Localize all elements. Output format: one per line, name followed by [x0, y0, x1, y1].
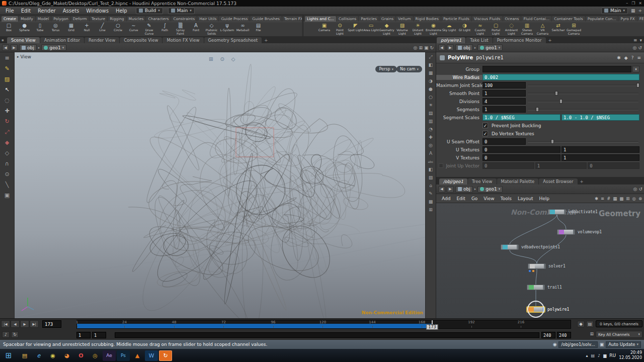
network-menu-add[interactable]: Add: [439, 196, 453, 202]
pin-icon[interactable]: ◎: [414, 45, 418, 50]
slider-handle[interactable]: [555, 91, 558, 96]
tray-expand-icon[interactable]: ▴: [586, 353, 588, 358]
shelf-tool-volume-light[interactable]: ▨Volume Light: [394, 22, 410, 36]
input-segment-scales-1[interactable]: 1.0 - 1.0 / $NSEG: [561, 114, 639, 121]
snap-tool-icon[interactable]: ⊙: [5, 171, 9, 177]
snap-grid-icon[interactable]: ⊞: [209, 56, 213, 62]
points-display-icon[interactable]: ○: [429, 95, 433, 100]
path-node-chip[interactable]: geo1▾: [477, 44, 503, 51]
shelf-tool-sphere[interactable]: ●Sphere: [17, 22, 32, 36]
back-button[interactable]: ◀: [438, 44, 445, 51]
pane-tab-material-palette[interactable]: Material Palette: [497, 178, 539, 185]
shelf-tab-oceans[interactable]: Oceans: [503, 16, 521, 22]
help-icon[interactable]: ?: [631, 55, 634, 60]
slider-smooth-point[interactable]: [527, 90, 639, 97]
group-list-icon[interactable]: ▥: [429, 119, 433, 124]
pane-tab-polywire1[interactable]: polywire1: [437, 37, 465, 43]
viewport-label[interactable]: ▸ View: [17, 54, 31, 59]
menu-icon[interactable]: ≡: [637, 55, 641, 60]
play-button[interactable]: ▶: [20, 320, 29, 328]
taskbar-media-player[interactable]: ◎: [89, 350, 102, 361]
taskbar-word[interactable]: W: [145, 350, 158, 361]
shelf-tool-portal-light[interactable]: ▢Portal Light: [488, 22, 504, 36]
shelf-tool-gamepad-camera[interactable]: ⊞Gamepad Camera: [566, 22, 582, 36]
camera-selector[interactable]: No cam ▾: [396, 66, 422, 72]
shelf-tool-sky-light[interactable]: ☁Sky Light: [441, 22, 457, 36]
forward-button[interactable]: ▶: [447, 44, 454, 51]
enable-toggle-joint-up-vector[interactable]: [439, 163, 443, 168]
slider-handle[interactable]: [559, 99, 562, 104]
add-pane-tab-button[interactable]: +: [262, 37, 270, 43]
taskbar-photoshop[interactable]: Ps: [117, 350, 130, 361]
select-tool-icon[interactable]: ↖: [5, 87, 9, 93]
realtime-toggle-icon[interactable]: ↻: [11, 331, 19, 338]
network-editor[interactable]: Non-Commercial Geometry vdbactivate1volu…: [436, 203, 644, 318]
shelf-tab-create[interactable]: Create: [2, 16, 18, 22]
keys-button[interactable]: 0 keys, 0/0 channels: [596, 320, 642, 327]
shelf-tool-font[interactable]: AFont: [188, 22, 204, 36]
pin-icon[interactable]: ◎: [633, 45, 637, 50]
export-icon[interactable]: ⊞: [419, 45, 423, 50]
input-v-textures-0[interactable]: 0: [482, 154, 560, 161]
handles-icon[interactable]: ✎: [429, 192, 433, 196]
home-view-icon[interactable]: ⌂: [429, 184, 432, 188]
input-u-textures-1[interactable]: 1: [561, 146, 639, 153]
slider-divisions[interactable]: [527, 98, 639, 105]
playback-start-field[interactable]: 1: [92, 332, 106, 338]
normals-display-icon[interactable]: ☀: [429, 103, 433, 108]
channel-grid-icon[interactable]: ⊞: [590, 331, 594, 336]
jump-to-start-button[interactable]: |◀: [1, 320, 10, 328]
shelf-tab-polygon[interactable]: Polygon: [51, 16, 70, 22]
back-button[interactable]: ◀: [438, 186, 445, 193]
shelf-tool-camera[interactable]: ▣Camera: [316, 22, 332, 36]
sync-icon[interactable]: ↻: [430, 45, 434, 50]
network-menu-view[interactable]: View: [480, 196, 497, 202]
shelf-tab-pyro-fx[interactable]: Pyro FX: [618, 16, 636, 22]
frame-all-icon[interactable]: ⤢: [429, 55, 432, 59]
maximize-button[interactable]: ❐: [631, 1, 635, 6]
pane-tab-motion-fx-view[interactable]: Motion FX View: [163, 37, 203, 43]
shelf-tool-tube[interactable]: ▯Tube: [32, 22, 48, 36]
high-quality-icon[interactable]: ●: [429, 87, 433, 92]
input-segments[interactable]: 1: [482, 106, 526, 113]
input-segment-scales-0[interactable]: 1.0 / $NSEG: [482, 114, 560, 121]
shelf-tool-curve[interactable]: ∼Curve: [126, 22, 141, 36]
input-wire-radius[interactable]: 0.002: [482, 74, 639, 80]
shelf-tab-hair-utils[interactable]: Hair Utils: [197, 16, 218, 22]
shelf-tool-environment-light[interactable]: ◉Environment Light: [426, 22, 441, 36]
pane-tab-scene-view[interactable]: Scene View: [7, 37, 40, 43]
shelf-tool-gi-light[interactable]: ◑GI Light: [457, 22, 472, 36]
close-button[interactable]: ✕: [638, 1, 642, 6]
forward-button[interactable]: ▶: [447, 186, 454, 193]
back-button[interactable]: ◀: [2, 44, 9, 51]
shelf-tab-muscles[interactable]: Muscles: [127, 16, 146, 22]
lighting-icon[interactable]: ◑: [429, 79, 433, 83]
step-back-button[interactable]: ◀: [11, 320, 20, 328]
shelf-tool-line[interactable]: ╱Line: [95, 22, 110, 36]
shelf-tool-box[interactable]: □Box: [1, 22, 17, 36]
checkbox-prevent-joint-buckling[interactable]: ✓: [482, 123, 488, 128]
slider-handle[interactable]: [551, 139, 554, 144]
snapshot-icon[interactable]: ▣: [424, 45, 429, 50]
right-layout-selector[interactable]: Main ▾: [601, 8, 628, 14]
shelf-tab-vellum[interactable]: Vellum: [396, 16, 413, 22]
construction-plane-icon[interactable]: ◇: [231, 56, 235, 62]
scale-tool-icon[interactable]: ⤢: [5, 129, 10, 135]
perspective-selector[interactable]: Persp ▾: [375, 66, 397, 72]
edit-tool-icon[interactable]: ◇: [5, 150, 9, 156]
taskbar-vlc[interactable]: ▲: [131, 350, 144, 361]
input-maximum-joint-scale[interactable]: 100: [482, 82, 526, 88]
key-scope-dropdown[interactable]: Key All Channels ▾: [596, 331, 642, 338]
range-start-field[interactable]: 1: [76, 332, 91, 338]
pane-split-icon[interactable]: ▾: [639, 38, 642, 43]
slider-u-seam-offset[interactable]: [527, 138, 639, 145]
display-options-icon[interactable]: ▩: [429, 200, 433, 204]
shelf-tab-texture[interactable]: Texture: [90, 16, 107, 22]
minimize-button[interactable]: –: [626, 1, 628, 6]
input-group[interactable]: [482, 66, 631, 72]
tray-volume-icon[interactable]: ♪: [598, 353, 600, 358]
shelf-tool-spot-light[interactable]: ◤Spot Light: [348, 22, 363, 36]
shelf-tool-distant-light[interactable]: ☀Distant Light: [410, 22, 426, 36]
timeline-ruler[interactable]: 173 124487296120144168192216: [76, 320, 571, 329]
measure-tool-icon[interactable]: ╲: [6, 182, 9, 188]
